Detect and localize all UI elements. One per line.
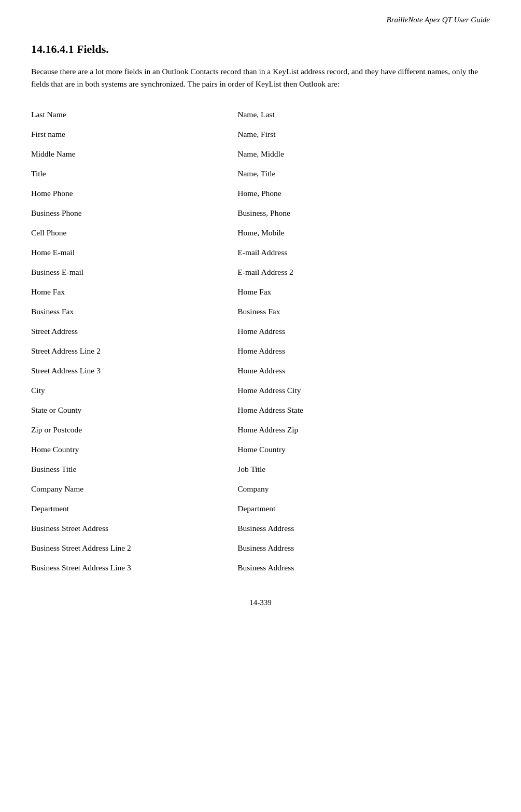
keylist-field: Business Street Address xyxy=(31,519,237,538)
table-row: Company NameCompany xyxy=(31,479,490,499)
intro-paragraph: Because there are a lot more fields in a… xyxy=(31,65,490,90)
table-row: Home E-mailE-mail Address xyxy=(31,243,490,262)
keylist-field: Street Address Line 2 xyxy=(31,341,237,361)
keylist-field: Business E-mail xyxy=(31,262,237,282)
table-row: Zip or PostcodeHome Address Zip xyxy=(31,420,490,440)
page-number: 14-339 xyxy=(249,598,272,607)
keylist-field: City xyxy=(31,381,237,400)
outlook-field: Business, Phone xyxy=(237,203,490,223)
outlook-field: Job Title xyxy=(237,459,490,479)
outlook-field: Business Address xyxy=(237,558,490,578)
table-row: Street Address Line 3Home Address xyxy=(31,361,490,381)
keylist-field: Zip or Postcode xyxy=(31,420,237,440)
outlook-field: Home, Phone xyxy=(237,184,490,203)
table-row: Business TitleJob Title xyxy=(31,459,490,479)
page-header: BrailleNote Apex QT User Guide xyxy=(31,16,490,27)
table-row: Street AddressHome Address xyxy=(31,321,490,341)
keylist-field: First name xyxy=(31,124,237,144)
table-row: Business Street Address Line 2Business A… xyxy=(31,538,490,558)
table-row: Home CountryHome Country xyxy=(31,440,490,459)
outlook-field: Name, Middle xyxy=(237,144,490,164)
keylist-field: Home Country xyxy=(31,440,237,459)
outlook-field: Department xyxy=(237,499,490,519)
table-row: TitleName, Title xyxy=(31,164,490,184)
table-row: First nameName, First xyxy=(31,124,490,144)
table-row: Business E-mailE-mail Address 2 xyxy=(31,262,490,282)
table-row: Business FaxBusiness Fax xyxy=(31,302,490,321)
table-row: Business Street AddressBusiness Address xyxy=(31,519,490,538)
outlook-field: Home Address State xyxy=(237,400,490,420)
keylist-field: State or County xyxy=(31,400,237,420)
section-heading: 14.16.4.1 Fields. xyxy=(31,43,490,56)
outlook-field: Home Address City xyxy=(237,381,490,400)
keylist-field: Department xyxy=(31,499,237,519)
fields-table: Last NameName, LastFirst nameName, First… xyxy=(31,105,490,578)
section-title-text: 14.16.4.1 Fields. xyxy=(31,43,109,55)
outlook-field: Home Country xyxy=(237,440,490,459)
keylist-field: Business Title xyxy=(31,459,237,479)
outlook-field: Business Address xyxy=(237,538,490,558)
table-row: Home FaxHome Fax xyxy=(31,282,490,302)
outlook-field: Home Fax xyxy=(237,282,490,302)
outlook-field: E-mail Address xyxy=(237,243,490,262)
outlook-field: E-mail Address 2 xyxy=(237,262,490,282)
table-row: Cell PhoneHome, Mobile xyxy=(31,223,490,243)
table-row: Street Address Line 2Home Address xyxy=(31,341,490,361)
outlook-field: Home Address xyxy=(237,341,490,361)
keylist-field: Business Street Address Line 3 xyxy=(31,558,237,578)
outlook-field: Name, Last xyxy=(237,105,490,124)
keylist-field: Company Name xyxy=(31,479,237,499)
outlook-field: Home Address xyxy=(237,321,490,341)
header-title: BrailleNote Apex QT User Guide xyxy=(387,16,490,24)
table-row: Home PhoneHome, Phone xyxy=(31,184,490,203)
page-footer: 14-339 xyxy=(31,598,490,607)
keylist-field: Title xyxy=(31,164,237,184)
keylist-field: Business Fax xyxy=(31,302,237,321)
outlook-field: Business Address xyxy=(237,519,490,538)
table-row: Business PhoneBusiness, Phone xyxy=(31,203,490,223)
keylist-field: Last Name xyxy=(31,105,237,124)
keylist-field: Street Address Line 3 xyxy=(31,361,237,381)
table-row: State or CountyHome Address State xyxy=(31,400,490,420)
table-row: Middle NameName, Middle xyxy=(31,144,490,164)
keylist-field: Middle Name xyxy=(31,144,237,164)
keylist-field: Home Fax xyxy=(31,282,237,302)
table-row: Business Street Address Line 3Business A… xyxy=(31,558,490,578)
outlook-field: Home Address Zip xyxy=(237,420,490,440)
intro-text: Because there are a lot more fields in a… xyxy=(31,67,478,88)
keylist-field: Home E-mail xyxy=(31,243,237,262)
keylist-field: Business Phone xyxy=(31,203,237,223)
outlook-field: Company xyxy=(237,479,490,499)
outlook-field: Name, Title xyxy=(237,164,490,184)
outlook-field: Name, First xyxy=(237,124,490,144)
table-row: CityHome Address City xyxy=(31,381,490,400)
keylist-field: Home Phone xyxy=(31,184,237,203)
table-row: Last NameName, Last xyxy=(31,105,490,124)
outlook-field: Business Fax xyxy=(237,302,490,321)
keylist-field: Cell Phone xyxy=(31,223,237,243)
keylist-field: Street Address xyxy=(31,321,237,341)
keylist-field: Business Street Address Line 2 xyxy=(31,538,237,558)
table-row: DepartmentDepartment xyxy=(31,499,490,519)
outlook-field: Home, Mobile xyxy=(237,223,490,243)
outlook-field: Home Address xyxy=(237,361,490,381)
